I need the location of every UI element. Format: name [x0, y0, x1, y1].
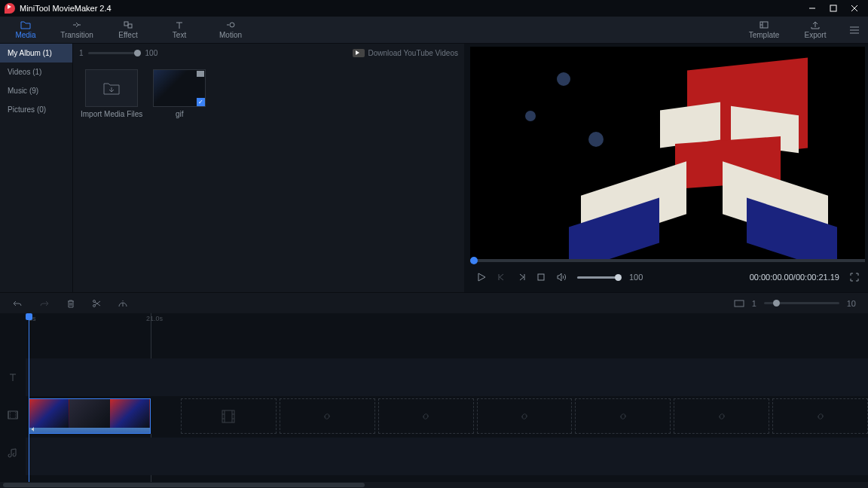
- prev-frame-icon: [497, 273, 506, 282]
- export-icon: [810, 20, 821, 29]
- svg-rect-9: [8, 411, 17, 419]
- link-icon: [420, 410, 432, 422]
- media-sidebar: My Album (1) Videos (1) Music (9) Pictur…: [0, 44, 72, 292]
- sidebar-videos-count: (1): [32, 68, 41, 76]
- app-title: MiniTool MovieMaker 2.4: [20, 4, 112, 13]
- volume-button[interactable]: [556, 273, 567, 282]
- download-youtube-link[interactable]: Download YouTube Videos: [353, 49, 458, 57]
- sidebar-music-label: Music: [8, 87, 27, 95]
- link-icon: [321, 410, 333, 422]
- preview-seek-bar[interactable]: [470, 259, 865, 262]
- video-track-icon[interactable]: [0, 396, 26, 434]
- thumb-size-slider[interactable]: [88, 52, 141, 54]
- effect-icon: [123, 20, 133, 29]
- sidebar-item-videos[interactable]: Videos (1): [0, 63, 72, 81]
- download-youtube-label: Download YouTube Videos: [368, 49, 458, 57]
- sidebar-music-count: (9): [29, 87, 38, 95]
- tab-effect-label: Effect: [118, 31, 137, 39]
- window-maximize-button[interactable]: [823, 0, 844, 17]
- svg-rect-0: [830, 5, 836, 11]
- timeline-ruler[interactable]: 0s 21.0s: [26, 313, 868, 328]
- template-icon: [759, 20, 769, 29]
- text-track-row[interactable]: [26, 358, 868, 396]
- split-button[interactable]: [92, 299, 101, 308]
- link-icon: [716, 410, 728, 422]
- import-folder-icon: [102, 81, 121, 96]
- timeline-scrollbar[interactable]: [0, 482, 868, 488]
- prev-frame-button[interactable]: [497, 273, 506, 282]
- empty-slot[interactable]: [772, 398, 868, 434]
- empty-slot[interactable]: [477, 398, 573, 434]
- timeline-clip[interactable]: [29, 398, 151, 434]
- preview-panel: 100 00:00:00.00/00:00:21.19: [464, 44, 868, 292]
- sidebar-item-myalbum[interactable]: My Album (1): [0, 44, 72, 63]
- sidebar-videos-label: Videos: [8, 68, 30, 76]
- svg-rect-8: [735, 300, 744, 307]
- scissors-icon: [92, 299, 101, 308]
- import-media-button[interactable]: Import Media Files: [81, 69, 142, 118]
- volume-slider[interactable]: [577, 276, 619, 279]
- play-button[interactable]: [476, 272, 487, 282]
- svg-rect-1: [124, 22, 128, 26]
- next-frame-button[interactable]: [517, 273, 526, 282]
- template-button[interactable]: Template: [738, 17, 790, 44]
- sidebar-myalbum-label: My Album: [8, 49, 41, 57]
- redo-button[interactable]: [39, 299, 50, 308]
- fullscreen-button[interactable]: [850, 273, 859, 282]
- undo-button[interactable]: [12, 299, 23, 308]
- fit-button[interactable]: [734, 300, 744, 307]
- import-media-label: Import Media Files: [81, 110, 142, 118]
- hamburger-menu-button[interactable]: [841, 17, 868, 44]
- sidebar-item-pictures[interactable]: Pictures (0): [0, 100, 72, 119]
- play-icon: [476, 272, 487, 282]
- window-close-button[interactable]: [844, 0, 865, 17]
- window-minimize-button[interactable]: [802, 0, 823, 17]
- audio-track-icon[interactable]: [0, 434, 26, 471]
- fullscreen-icon: [850, 273, 859, 282]
- timeline-playhead[interactable]: [29, 313, 29, 482]
- fit-icon: [734, 300, 744, 307]
- sidebar-item-music[interactable]: Music (9): [0, 81, 72, 100]
- zoom-slider[interactable]: [764, 302, 839, 304]
- tab-text-label: Text: [173, 31, 186, 39]
- sidebar-myalbum-count: (1): [43, 49, 52, 57]
- preview-viewport[interactable]: [470, 47, 865, 259]
- time-total: 00:00:21.19: [796, 273, 839, 282]
- empty-slot[interactable]: [575, 398, 671, 434]
- empty-slot[interactable]: [674, 398, 769, 434]
- tab-transition-label: Transition: [60, 31, 93, 39]
- tab-transition[interactable]: Transition: [51, 17, 102, 44]
- speed-icon: [118, 299, 128, 308]
- stop-button[interactable]: [536, 273, 546, 282]
- youtube-icon: [353, 49, 365, 57]
- empty-slot[interactable]: [181, 398, 277, 434]
- sidebar-pictures-label: Pictures: [8, 105, 35, 114]
- tab-motion[interactable]: Motion: [205, 17, 256, 44]
- speaker-icon: [556, 273, 567, 282]
- svg-rect-5: [538, 274, 544, 280]
- stop-icon: [536, 273, 546, 282]
- delete-button[interactable]: [66, 299, 75, 308]
- timeline-tracks[interactable]: 0s 21.0s: [26, 313, 868, 482]
- tab-effect[interactable]: Effect: [102, 17, 154, 44]
- thumb-size-max: 100: [145, 49, 158, 57]
- empty-slot[interactable]: [378, 398, 474, 434]
- template-label: Template: [749, 31, 780, 39]
- link-icon: [617, 410, 629, 422]
- speed-button[interactable]: [118, 299, 128, 308]
- motion-icon: [225, 20, 236, 29]
- zoom-max: 10: [847, 299, 856, 308]
- media-clip-gif[interactable]: ✓ gif: [153, 69, 206, 118]
- video-track-row[interactable]: [26, 396, 868, 434]
- text-icon: [174, 20, 185, 29]
- video-badge-icon: [197, 71, 204, 77]
- film-icon: [220, 408, 237, 425]
- audio-track-row[interactable]: [26, 438, 868, 475]
- redo-icon: [39, 299, 50, 308]
- tab-text[interactable]: Text: [154, 17, 205, 44]
- text-track-icon[interactable]: [0, 358, 26, 396]
- ruler-mark-mid: 21.0s: [146, 315, 163, 322]
- export-button[interactable]: Export: [790, 17, 841, 44]
- tab-media[interactable]: Media: [0, 17, 51, 44]
- empty-slot[interactable]: [280, 398, 375, 434]
